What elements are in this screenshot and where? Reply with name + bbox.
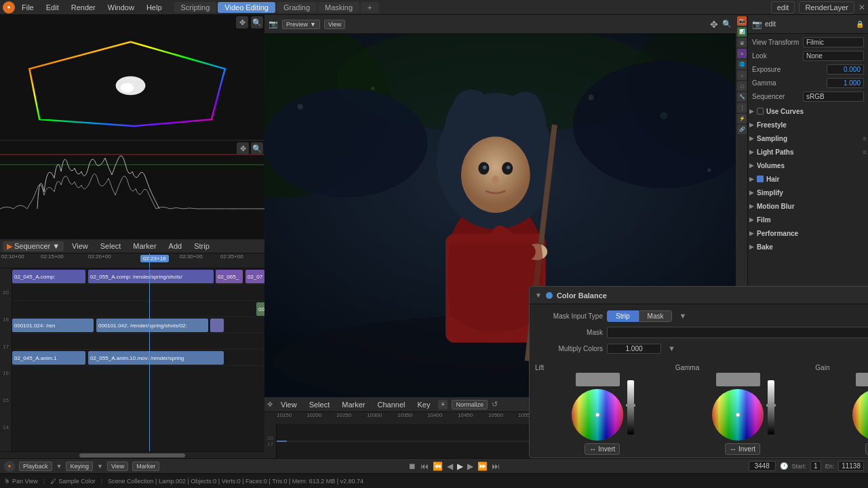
seq-clip[interactable]: 02_045_A.anim.1 — [12, 351, 85, 365]
cb-mask-btn[interactable]: Mask — [639, 310, 673, 322]
graph-normalize-label[interactable]: Normalize — [452, 400, 488, 409]
playback-prev-keyframe-btn[interactable]: ⏮ — [420, 462, 429, 471]
playback-frame-display[interactable]: 3448 — [749, 461, 776, 471]
graph-normalize-icon[interactable]: ≡ — [438, 400, 448, 409]
rp-freestyle-header[interactable]: ▶ Freestyle — [748, 118, 868, 131]
edit-mode-badge[interactable]: edit — [771, 1, 795, 14]
rp-look-value[interactable]: None — [803, 51, 864, 61]
waveform-zoom-icon[interactable]: 🔍 — [251, 142, 263, 155]
rp-output-icon[interactable]: 🖥 — [737, 38, 747, 47]
seq-clip[interactable]: 000101.024: /ren — [12, 319, 94, 332]
status-pan-view[interactable]: 🖱 Pan View — [4, 478, 38, 485]
rp-layer-icon[interactable]: ≡ — [737, 49, 747, 58]
rp-light-paths-header[interactable]: ▶ Light Paths ≡ — [748, 145, 868, 159]
rp-hair-checkbox[interactable] — [757, 176, 764, 182]
rp-film-header[interactable]: ▶ Film — [748, 213, 868, 226]
seq-menu-select[interactable]: Select — [96, 241, 125, 251]
cb-gamma-wheel[interactable] — [711, 388, 765, 442]
viewport-camera-icon[interactable]: 📷 — [269, 20, 278, 28]
cb-multiply-settings[interactable]: ▼ — [668, 344, 675, 352]
graph-channel-btn[interactable]: Channel — [373, 400, 409, 409]
playback-menu-playback[interactable]: Playback — [19, 462, 52, 471]
rp-physics-icon[interactable]: ⚡ — [737, 114, 747, 123]
rp-simplify-header[interactable]: ▶ Simplify — [748, 186, 868, 199]
seq-clip[interactable]: 02_065_ — [216, 270, 243, 283]
seq-scroll-thumb[interactable] — [79, 453, 185, 458]
seq-menu-strip[interactable]: Strip — [190, 241, 214, 251]
playback-menu-view[interactable]: View — [107, 462, 128, 471]
tab-video-editing[interactable]: Video Editing — [218, 2, 275, 13]
viewport-zoom-icon[interactable]: 🔍 — [722, 20, 732, 28]
seq-time-ruler[interactable]: 02:10+00 02:15+00 02:20+00 02:23+16 02:3… — [0, 253, 264, 268]
seq-menu-view[interactable]: View — [68, 241, 92, 251]
viewport-view-btn[interactable]: View — [324, 20, 345, 29]
graph-select-btn[interactable]: Select — [305, 400, 334, 409]
menu-render[interactable]: Render — [66, 2, 101, 13]
rp-bake-header[interactable]: ▶ Bake — [748, 240, 868, 253]
rp-scene-icon[interactable]: 🌐 — [737, 60, 747, 69]
menu-file[interactable]: File — [16, 2, 39, 13]
playback-next-keyframe-btn[interactable]: ⏩ — [477, 462, 488, 471]
rp-sampling-list-icon[interactable]: ≡ — [863, 135, 867, 142]
cb-lift-vslider[interactable] — [627, 380, 634, 434]
seq-clip[interactable]: 02_07 — [245, 270, 264, 283]
graph-mode-icon[interactable]: ✥ — [267, 401, 273, 408]
rp-header-lock[interactable]: 🔒 — [856, 20, 864, 28]
seq-clip[interactable]: 02_055_A.anim.10.mov: /render/spring — [88, 351, 224, 365]
cb-mask-input[interactable] — [607, 327, 868, 338]
cb-gain-wheel[interactable] — [851, 388, 868, 442]
render-layer-badge[interactable]: RenderLayer — [799, 1, 854, 14]
rp-object-icon[interactable]: □ — [737, 81, 747, 91]
rp-constraints-icon[interactable]: 🔗 — [737, 125, 747, 134]
rp-exposure-value[interactable]: 0.000 — [827, 64, 864, 75]
rp-modifier-icon[interactable]: 🔧 — [737, 92, 747, 102]
viewport-mode-dropdown[interactable]: Preview ▼ — [282, 20, 320, 29]
cb-strip-btn[interactable]: Strip — [607, 310, 639, 322]
cb-lift-wheel[interactable] — [570, 388, 625, 442]
seq-menu-marker[interactable]: Marker — [129, 241, 160, 251]
menu-edit[interactable]: Edit — [41, 2, 64, 13]
menu-help[interactable]: Help — [141, 2, 167, 13]
cb-lift-invert[interactable]: ↔ Invert — [585, 443, 620, 455]
playback-start-value[interactable]: 1 — [810, 461, 821, 471]
rp-world-icon[interactable]: ○ — [737, 70, 747, 80]
cb-gain-invert[interactable]: ↔ Invert — [865, 443, 868, 455]
seq-clip[interactable]: 000101.042: /render/spring/shots/02: — [96, 319, 208, 332]
playback-step-back-btn[interactable]: ⏪ — [433, 462, 443, 471]
playback-play-btn[interactable]: ▶ — [457, 462, 463, 471]
sequencer-tracks[interactable]: 20 18 17 16 15 14 02_045_A.comp: — [0, 268, 264, 451]
tab-scripting[interactable]: Scripting — [174, 2, 217, 13]
waveform-cursor-icon[interactable]: ✥ — [237, 142, 249, 155]
seq-clip[interactable]: 00010 — [256, 302, 264, 316]
tab-add[interactable]: + — [361, 2, 378, 13]
playback-end-value[interactable]: 11138 — [838, 461, 864, 471]
cb-gamma-vslider[interactable] — [768, 380, 774, 434]
rp-sequencer-value[interactable]: sRGB — [803, 92, 864, 102]
rp-view-transform-value[interactable]: Filmic — [803, 37, 864, 47]
scope-cursor-icon[interactable]: ✥ — [236, 16, 248, 28]
rp-use-curves-checkbox[interactable] — [757, 108, 764, 115]
sequencer-type-btn[interactable]: ▶ Sequencer ▼ — [3, 241, 64, 251]
graph-key-btn[interactable]: Key — [413, 400, 434, 409]
app-icon[interactable]: ● — [3, 1, 15, 14]
menu-window[interactable]: Window — [102, 2, 140, 13]
playback-prev-frame-btn[interactable]: ◀ — [447, 462, 453, 471]
graph-refresh-icon[interactable]: ↺ — [492, 400, 498, 409]
tab-masking[interactable]: Masking — [318, 2, 359, 13]
rp-use-curves-header[interactable]: ▶ Use Curves — [748, 104, 868, 118]
seq-clip[interactable]: 02_045_A.comp: — [12, 270, 85, 283]
playback-end-btn[interactable]: ⏭ — [492, 462, 500, 471]
playback-menu-marker[interactable]: Marker — [132, 462, 159, 471]
rp-hair-header[interactable]: ▶ Hair — [748, 172, 868, 186]
rp-motion-blur-header[interactable]: ▶ Motion Blur — [748, 199, 868, 213]
seq-clip[interactable]: 02_055_A.comp: /render/spring/shots/ — [88, 270, 214, 283]
scope-zoom-icon[interactable]: 🔍 — [251, 16, 263, 28]
seq-menu-add[interactable]: Add — [165, 241, 186, 251]
graph-view-btn[interactable]: View — [277, 400, 301, 409]
status-sample-color[interactable]: 🖊 Sample Color — [50, 478, 96, 485]
rp-volumes-header[interactable]: ▶ Volumes — [748, 159, 868, 172]
rp-gamma-value[interactable]: 1.000 — [827, 78, 864, 88]
close-icon[interactable]: ✕ — [859, 3, 865, 12]
rp-camera-icon[interactable]: 📷 — [737, 16, 747, 26]
tab-grading[interactable]: Grading — [277, 2, 317, 13]
